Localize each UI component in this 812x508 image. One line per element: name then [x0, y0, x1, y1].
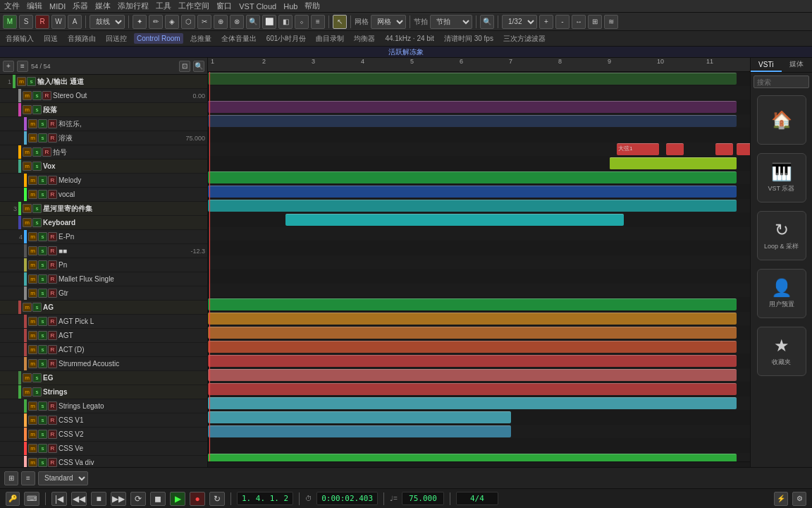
audio-clip[interactable] — [208, 186, 737, 198]
search-input[interactable] — [753, 75, 809, 88]
solo-track-button[interactable]: s — [32, 162, 42, 171]
mute-button[interactable]: m — [28, 416, 37, 425]
audio-clip[interactable] — [208, 327, 737, 339]
mute-button[interactable]: m — [28, 289, 37, 298]
beat-select[interactable]: 节拍 — [430, 15, 472, 29]
solo-track-button[interactable]: s — [38, 260, 47, 270]
mute-button[interactable]: m — [28, 246, 37, 255]
audio-clip[interactable] — [285, 214, 624, 226]
solo-track-button[interactable]: s — [38, 401, 47, 411]
forward-btn[interactable]: ▶▶ — [111, 492, 126, 506]
record-track-button[interactable]: R — [48, 458, 57, 467]
record-btn[interactable]: ● — [190, 492, 205, 506]
audio-clip[interactable] — [208, 341, 737, 353]
track-row[interactable]: msRMelody — [0, 174, 207, 188]
audio-clip[interactable]: 大弦1 — [617, 143, 659, 155]
record-track-button[interactable]: R — [48, 359, 57, 368]
mute-button[interactable]: m — [28, 401, 37, 411]
record-track-button[interactable]: R — [48, 289, 57, 298]
solo-track-button[interactable]: s — [32, 147, 42, 157]
record-track-button[interactable]: R — [48, 246, 57, 255]
tb2-time[interactable]: 601小时月份 — [264, 32, 309, 45]
track-row[interactable]: msVox — [0, 159, 207, 174]
track-row[interactable]: msEG — [0, 371, 207, 385]
menu-item-edit[interactable]: 编辑 — [27, 1, 42, 11]
zoom-full[interactable]: ⊞ — [588, 15, 602, 29]
go-back-btn[interactable]: ◀◀ — [71, 492, 87, 506]
tool6[interactable]: ⊕ — [214, 15, 228, 29]
tracks-container[interactable]: 1ms输入/输出 通道msRStereo Out0.00ms段落msR和弦乐,m… — [0, 75, 207, 467]
mute-button[interactable]: m — [28, 176, 37, 185]
tb2-audioroute[interactable]: 音频路由 — [65, 32, 99, 45]
record-track-button[interactable]: R — [48, 260, 57, 270]
solo-track-button[interactable]: s — [38, 458, 47, 467]
mute-button[interactable]: m — [23, 218, 32, 227]
solo-track-button[interactable]: s — [38, 444, 47, 453]
menu-item-addtrack[interactable]: 添加行程 — [118, 1, 149, 11]
menu-item-midi[interactable]: MIDI — [49, 2, 66, 11]
expand-btn[interactable]: ⊞ — [4, 471, 18, 485]
track-row[interactable]: msRCSS V2 — [0, 428, 207, 442]
timesig-display[interactable]: 4/4 — [456, 492, 498, 505]
track-row[interactable]: msRACT (D) — [0, 343, 207, 357]
mute-button[interactable]: m — [28, 119, 37, 128]
layout-btn[interactable]: ≡ — [21, 471, 35, 485]
solo-track-button[interactable]: s — [32, 204, 42, 213]
audio-clip[interactable] — [208, 397, 737, 409]
tempo-display[interactable]: 75.000 — [402, 492, 444, 505]
add-track-btn[interactable]: + — [3, 61, 14, 72]
solo-track-button[interactable]: s — [32, 218, 42, 227]
audio-clip[interactable] — [208, 383, 737, 395]
solo-track-button[interactable]: s — [32, 105, 42, 114]
mute-button[interactable]: m — [17, 77, 26, 86]
user-preset-btn[interactable]: 👤 用户预置 — [757, 269, 806, 318]
track-row[interactable]: msR拍号 — [0, 145, 207, 159]
audio-clip[interactable] — [208, 454, 737, 461]
track-row[interactable]: msRStereo Out0.00 — [0, 89, 207, 103]
tb2-master[interactable]: 总推量 — [187, 32, 214, 45]
record-track-button[interactable]: R — [48, 444, 57, 453]
tool11[interactable]: ⬦ — [295, 15, 309, 29]
tool12[interactable]: ≡ — [311, 15, 325, 29]
mute-button[interactable]: m — [28, 133, 37, 143]
grid-select[interactable]: 网格 — [371, 15, 406, 29]
auto-button[interactable]: A — [68, 15, 82, 29]
audio-clip[interactable] — [610, 157, 737, 169]
menu-item-help[interactable]: 帮助 — [304, 1, 320, 11]
mute-button[interactable]: m — [28, 232, 37, 241]
home-btn[interactable]: 🏠 — [757, 95, 806, 145]
audio-clip[interactable] — [666, 143, 684, 155]
audio-clip[interactable] — [208, 171, 737, 183]
track-search-btn[interactable]: 🔍 — [193, 61, 204, 72]
vst-instruments-btn[interactable]: 🎹 VST 乐器 — [757, 153, 806, 202]
mute-button[interactable]: m — [28, 458, 37, 467]
record-track-button[interactable]: R — [48, 232, 57, 241]
track-row[interactable]: msRCSS V1 — [0, 413, 207, 428]
track-row[interactable]: msRAGT — [0, 329, 207, 343]
mute-button[interactable]: m — [28, 317, 37, 326]
select-tool[interactable]: ↖ — [333, 15, 347, 29]
track-filter-btn[interactable]: ⊡ — [179, 61, 190, 72]
tb2-samplerate[interactable]: 44.1kHz · 24 bit — [382, 33, 436, 44]
audio-clip[interactable] — [737, 143, 750, 155]
audio-clip[interactable] — [208, 313, 737, 325]
solo-track-button[interactable]: s — [38, 430, 47, 439]
track-row[interactable]: msRCSS Va div — [0, 456, 207, 467]
solo-track-button[interactable]: s — [32, 373, 42, 382]
record-track-button[interactable]: R — [48, 331, 57, 340]
tb2-fps[interactable]: 清谱时间 30 fps — [441, 32, 496, 45]
solo-track-button[interactable]: s — [38, 331, 47, 340]
search-btn[interactable]: 🔍 — [480, 15, 494, 29]
audio-clip[interactable] — [208, 411, 511, 423]
punch-btn[interactable]: ↻ — [209, 492, 225, 506]
tool7[interactable]: ⊗ — [230, 15, 244, 29]
mode-dropdown[interactable]: Standard — [38, 471, 88, 485]
track-row[interactable]: msRCSS Ve — [0, 442, 207, 456]
track-row[interactable]: 3ms星河里寄的件集 — [0, 202, 207, 216]
menu-item-tools[interactable]: 工具 — [156, 1, 171, 11]
tool2[interactable]: ✏ — [149, 15, 163, 29]
record-track-button[interactable]: R — [48, 190, 57, 199]
tb2-eq[interactable]: 均衡器 — [351, 32, 378, 45]
tool10[interactable]: ◧ — [278, 15, 293, 29]
audio-clip[interactable] — [208, 355, 737, 367]
